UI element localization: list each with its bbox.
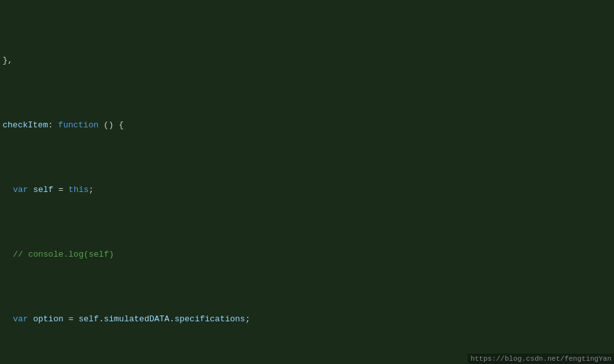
code-content: }, checkItem: function () { var self = t… — [0, 0, 614, 364]
code-line: }, — [0, 54, 614, 67]
code-line: checkItem: function () { — [0, 119, 614, 132]
code-line: // console.log(self) — [0, 248, 614, 261]
code-line: var self = this; — [0, 184, 614, 197]
code-editor: }, checkItem: function () { var self = t… — [0, 0, 614, 364]
code-line: var option = self.simulatedDATA.specific… — [0, 313, 614, 326]
url-label: https://blog.csdn.net/fengtingYan — [468, 354, 614, 364]
